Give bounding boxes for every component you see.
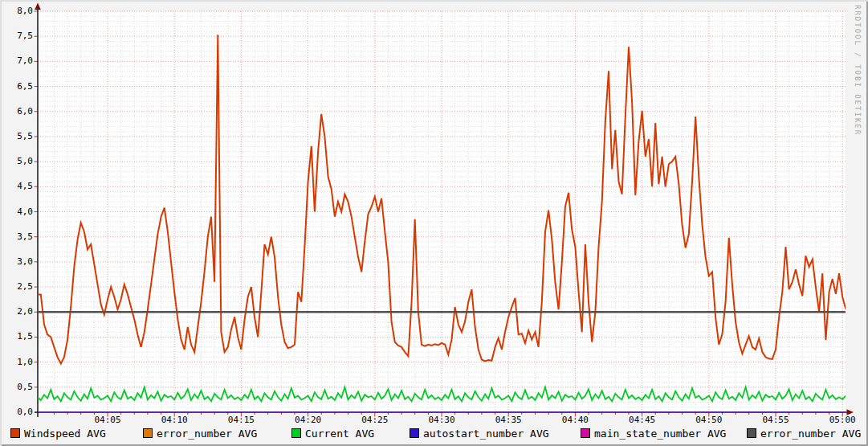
legend-swatch-icon [581, 428, 590, 438]
y-axis-arrow-icon [35, 3, 41, 10]
y-tick-label: 1,0 [0, 358, 33, 367]
legend-swatch-icon [10, 428, 20, 438]
x-tick-label: 04:35 [489, 415, 528, 425]
x-tick-label: 04:55 [756, 415, 795, 425]
y-tick-label: 6,0 [0, 107, 33, 117]
x-tick-label: 04:05 [88, 415, 127, 425]
y-tick-label: 4,0 [0, 207, 33, 217]
rrdtool-graph: 0,00,51,01,52,02,53,03,54,04,55,05,56,06… [0, 0, 868, 446]
y-tick-label: 0,5 [0, 383, 33, 392]
legend-swatch-icon [410, 428, 419, 438]
legend-item: error_number AVG [143, 428, 257, 440]
legend-label: Current AVG [305, 428, 374, 440]
y-tick-label: 7,0 [0, 56, 33, 66]
x-tick-label: 04:25 [356, 415, 394, 425]
watermark: RRDTOOL / TOBI OETIKER [854, 5, 862, 136]
x-tick-label: 05:00 [823, 415, 862, 425]
legend-swatch-icon [291, 428, 301, 438]
legend-label: autostart_number AVG [423, 428, 549, 440]
y-tick-label: 5,0 [0, 157, 33, 166]
y-tick-label: 6,5 [0, 82, 33, 92]
y-tick-label: 5,5 [0, 132, 33, 141]
x-tick-label: 04:30 [422, 415, 461, 425]
x-tick-label: 04:50 [690, 415, 728, 425]
legend-item: Windspeed AVG [10, 428, 106, 440]
x-tick-label: 04:40 [556, 415, 594, 425]
legend-item: autostart_number AVG [410, 428, 549, 440]
y-tick-label: 3,5 [0, 232, 33, 242]
legend-item: main_state_number AVG [581, 428, 726, 440]
legend-label: error_number AVG [157, 428, 257, 440]
y-tick-label: 4,5 [0, 182, 33, 191]
chart-canvas [0, 0, 868, 446]
legend-label: error_number AVG [760, 428, 861, 440]
legend-item: Current AVG [291, 428, 374, 440]
x-tick-label: 04:20 [289, 415, 328, 425]
y-tick-label: 3,0 [0, 257, 33, 267]
y-tick-label: 8,0 [0, 6, 33, 16]
legend-label: Windspeed AVG [24, 428, 106, 440]
x-tick-label: 04:45 [623, 415, 662, 425]
y-tick-label: 2,0 [0, 307, 33, 317]
legend-item: error_number AVG [747, 428, 861, 440]
x-tick-label: 04:10 [155, 415, 194, 425]
x-tick-label: 04:15 [222, 415, 260, 425]
y-tick-label: 1,5 [0, 332, 33, 342]
legend-swatch-icon [143, 428, 153, 438]
y-tick-label: 7,5 [0, 31, 33, 41]
legend-label: main_state_number AVG [594, 428, 726, 440]
y-tick-label: 2,5 [0, 282, 33, 292]
y-tick-label: 0,0 [0, 407, 33, 417]
legend-swatch-icon [747, 428, 756, 438]
